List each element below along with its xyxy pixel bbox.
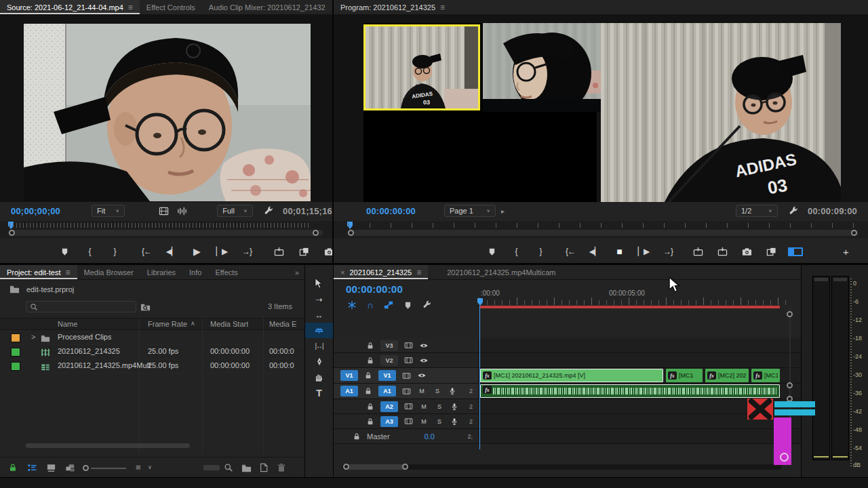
sort-caret-icon[interactable]: ∧ [191, 320, 195, 327]
comparison-view-button[interactable] [764, 247, 778, 257]
tab-audio-clip-mixer[interactable]: Audio Clip Mixer: 20210612_21432 [202, 0, 332, 14]
delete-icon[interactable] [277, 463, 286, 472]
hand-tool[interactable] [305, 369, 333, 385]
solo-button[interactable]: S [435, 418, 444, 425]
program-timecode[interactable]: 00:00:00:00 [366, 206, 416, 216]
export-frame-button[interactable] [321, 247, 332, 257]
tab-source-clip[interactable]: Source: 2021-06-12_21-44-04.mp4 ≡ [0, 0, 140, 14]
track-target-a1[interactable]: A1 [378, 386, 396, 396]
scrollbar-left-handle[interactable] [348, 230, 354, 236]
voiceover-mic-icon[interactable] [450, 403, 458, 411]
insert-as-nested-icon[interactable] [347, 300, 357, 310]
lock-icon[interactable] [364, 387, 372, 395]
project-item-row[interactable]: > Processed Clips [0, 331, 304, 345]
lock-icon[interactable] [364, 371, 372, 380]
track-target-v2[interactable]: V2 [380, 355, 398, 366]
tab-multicam-sequence[interactable]: 20210612_214325.mp4Multicam [440, 265, 562, 279]
tab-sequence-active[interactable]: × 20210612_214325 ≡ [334, 265, 428, 279]
slip-tool[interactable]: |↔| [305, 338, 333, 354]
drag-video-icon[interactable] [159, 206, 169, 216]
panel-menu-icon[interactable]: ≡ [65, 268, 70, 277]
sync-lock-icon[interactable] [404, 356, 413, 365]
source-zoom-scrollbar[interactable] [8, 230, 323, 236]
sync-lock-icon[interactable] [402, 387, 411, 396]
column-name[interactable]: Name [58, 320, 77, 328]
sync-lock-icon[interactable] [404, 417, 413, 426]
step-back-button[interactable]: ◀▏ [164, 247, 179, 256]
settings-wrench-icon[interactable] [264, 206, 274, 216]
tab-overflow-icon[interactable]: » [290, 265, 304, 279]
eye-icon[interactable] [417, 371, 427, 380]
tab-effect-controls[interactable]: Effect Controls [140, 0, 202, 14]
go-to-in-button[interactable]: {← [563, 247, 578, 256]
track-target-a2[interactable]: A2 [380, 401, 398, 412]
tab-effects[interactable]: Effects [208, 265, 244, 279]
lock-icon[interactable] [353, 432, 361, 441]
label-color-chip[interactable] [11, 333, 20, 342]
insert-button[interactable] [271, 247, 286, 257]
track-lane-a1[interactable]: fx [478, 384, 801, 399]
label-color-chip[interactable] [11, 362, 20, 371]
automate-to-sequence-icon[interactable] [203, 465, 220, 470]
item-name[interactable]: Processed Clips [58, 333, 111, 341]
ripple-edit-tool[interactable]: ↔ [305, 307, 333, 323]
track-lane-v3[interactable] [478, 338, 801, 353]
program-scrub-bar[interactable] [334, 221, 868, 239]
vscroll-handle[interactable] [787, 311, 793, 317]
label-color-chip[interactable] [11, 348, 20, 357]
project-writable-icon[interactable] [8, 463, 18, 472]
scrollbar-right-handle[interactable] [313, 230, 319, 236]
voiceover-mic-icon[interactable] [450, 418, 458, 426]
zoom-slider-handle[interactable] [83, 465, 89, 471]
drag-audio-icon[interactable] [177, 206, 187, 216]
program-zoom-scrollbar[interactable] [347, 230, 859, 236]
audio-clip-mc1[interactable]: fx [480, 384, 780, 398]
project-horizontal-scrollbar[interactable] [26, 443, 190, 448]
camera-2-thumbnail[interactable] [483, 23, 601, 112]
bin-expander-icon[interactable]: > [31, 333, 35, 341]
mute-button[interactable]: M [419, 418, 429, 425]
master-gain-value[interactable]: 0.0 [425, 432, 435, 441]
column-media-start[interactable]: Media Start [210, 320, 248, 328]
play-button[interactable]: ▶ [189, 246, 204, 257]
project-item-row[interactable]: 20210612_214325.mp4Mult 25.00 fps 00:00:… [0, 359, 304, 373]
track-target-v1[interactable]: V1 [378, 370, 396, 381]
step-forward-button[interactable]: ▏▶ [214, 247, 229, 256]
zoom-slider-track[interactable] [91, 468, 126, 469]
project-item-row[interactable]: 20210612_214325 25.00 fps 00:00:00:00 00… [0, 345, 304, 359]
column-media-end[interactable]: Media E [269, 320, 296, 328]
source-assign-a1[interactable]: A1 [340, 386, 358, 396]
scrollbar-left-handle[interactable] [9, 230, 15, 236]
selection-tool[interactable] [305, 276, 333, 291]
project-breadcrumb[interactable]: edit-test.prproj [9, 284, 74, 294]
track-select-forward-tool[interactable]: ⇢ [305, 291, 333, 307]
video-clip-mc1-selected[interactable]: fx [MC1] 20210612_214325.mp4 [V] [480, 369, 663, 382]
search-box[interactable] [26, 301, 136, 312]
camera-1-thumbnail[interactable]: ADIDAS 03 [363, 24, 480, 110]
tab-info[interactable]: Info [182, 265, 208, 279]
sort-icon[interactable]: ≡ [136, 462, 141, 472]
source-video-preview[interactable] [24, 24, 311, 201]
hscroll-right-handle[interactable] [402, 464, 408, 470]
go-to-out-button[interactable]: →} [660, 247, 675, 256]
add-marker-button[interactable] [484, 247, 499, 256]
track-lane-master[interactable] [478, 429, 801, 444]
close-icon[interactable]: × [340, 268, 344, 277]
eye-icon[interactable] [419, 356, 429, 365]
timeline-timecode[interactable]: 00:00:00:00 [346, 283, 403, 295]
add-marker-button[interactable] [57, 247, 72, 256]
hscroll-left-handle[interactable] [343, 464, 349, 470]
stop-button[interactable]: ■ [612, 246, 627, 257]
scrollbar-right-handle[interactable] [851, 230, 857, 236]
lift-button[interactable] [690, 247, 705, 257]
track-lane-v2[interactable] [478, 353, 801, 368]
track-target-a3[interactable]: A3 [380, 416, 398, 427]
item-name[interactable]: 20210612_214325.mp4Mult [58, 361, 151, 369]
video-clip-mc2[interactable]: fx [MC2] 202 [705, 369, 749, 382]
vscroll-handle[interactable] [787, 382, 793, 388]
search-input[interactable] [41, 303, 123, 311]
go-to-in-button[interactable]: {← [139, 247, 154, 256]
mute-button[interactable]: M [419, 403, 429, 410]
step-back-button[interactable]: ◀▏ [587, 247, 602, 256]
sync-lock-icon[interactable] [404, 402, 413, 411]
